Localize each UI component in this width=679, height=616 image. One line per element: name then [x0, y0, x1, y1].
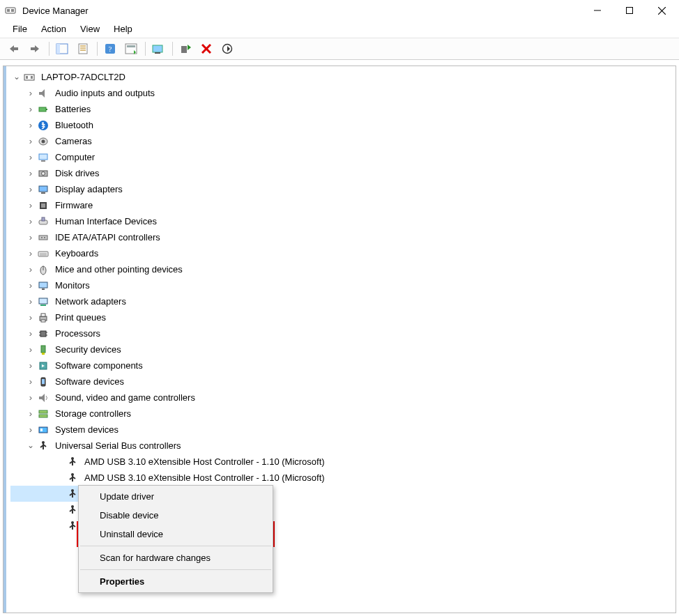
tree-category-label: Monitors: [54, 278, 91, 293]
usb-icon: [37, 440, 49, 452]
tree-category-usb[interactable]: Universal Serial Bus controllers: [10, 438, 676, 454]
tree-category[interactable]: Display adapters: [10, 181, 676, 197]
toolbar-separator: [145, 42, 146, 56]
menu-action[interactable]: Action: [34, 22, 73, 36]
tree-category[interactable]: Processors: [10, 325, 676, 341]
disk-icon: [37, 167, 49, 180]
toolbar-separator: [172, 42, 173, 56]
expander-icon[interactable]: [26, 441, 36, 451]
tree-category[interactable]: Security devices: [10, 341, 676, 357]
update-driver-button[interactable]: [176, 40, 195, 58]
expander-icon[interactable]: [12, 72, 22, 82]
tree-category-label: Human Interface Devices: [54, 214, 158, 229]
tree-category[interactable]: Firmware: [10, 197, 676, 213]
tree-device[interactable]: AMD USB 3.10 eXtensible Host Controller …: [10, 454, 676, 470]
context-menu-disable-device[interactable]: Disable device: [79, 506, 273, 525]
expander-icon[interactable]: [26, 313, 36, 323]
tree-device[interactable]: AMD USB 3.10 eXtensible Host Controller …: [10, 470, 676, 486]
show-hide-console-tree-button[interactable]: [52, 40, 72, 58]
tree-category[interactable]: Sound, video and game controllers: [10, 390, 676, 406]
tree-category[interactable]: Mice and other pointing devices: [10, 261, 676, 277]
tree-category[interactable]: Network adapters: [10, 293, 676, 309]
uninstall-device-button[interactable]: [197, 40, 216, 58]
device-tree[interactable]: LAPTOP-7ADCLT2D Audio inputs and outputs…: [3, 66, 676, 534]
expander-icon[interactable]: [26, 409, 36, 419]
keyboard-icon: [37, 247, 49, 260]
tree-category-label: Disk drives: [54, 166, 101, 181]
computer-icon: [37, 151, 49, 164]
usb-icon: [66, 472, 79, 484]
tree-category-label: Audio inputs and outputs: [54, 86, 156, 101]
expander-icon[interactable]: [26, 105, 36, 114]
tree-category[interactable]: Audio inputs and outputs: [10, 85, 676, 101]
expander-icon[interactable]: [26, 265, 36, 275]
tree-category[interactable]: Keyboards: [10, 245, 676, 261]
show-hidden-devices-button[interactable]: [121, 40, 141, 58]
tree-category[interactable]: Monitors: [10, 277, 676, 293]
tree-category[interactable]: Disk drives: [10, 165, 676, 181]
menu-file[interactable]: File: [6, 22, 34, 36]
expander-icon[interactable]: [26, 121, 36, 130]
expander-icon[interactable]: [26, 249, 36, 259]
audio-icon: [37, 87, 49, 100]
expander-icon[interactable]: [26, 425, 36, 435]
expander-icon[interactable]: [26, 153, 36, 162]
context-menu-uninstall-device[interactable]: Uninstall device: [79, 525, 273, 544]
expander-icon[interactable]: [26, 361, 36, 371]
tree-category[interactable]: Storage controllers: [10, 406, 676, 422]
scan-hardware-button[interactable]: [148, 40, 168, 58]
menu-help[interactable]: Help: [107, 22, 139, 36]
tree-category[interactable]: Bluetooth: [10, 117, 676, 133]
tree-category[interactable]: Computer: [10, 149, 676, 165]
context-menu-separator: [80, 569, 271, 570]
expander-icon[interactable]: [26, 217, 36, 226]
mouse-icon: [37, 263, 49, 276]
expander-icon[interactable]: [26, 88, 36, 98]
svg-rect-58: [42, 288, 45, 290]
expander-icon[interactable]: [26, 345, 36, 355]
svg-point-50: [41, 237, 43, 238]
expander-icon[interactable]: [26, 393, 36, 403]
disable-device-button[interactable]: [218, 40, 237, 58]
context-menu-update-driver[interactable]: Update driver: [79, 487, 273, 506]
svg-point-38: [42, 139, 45, 143]
tree-device-label: AMD USB 3.10 eXtensible Host Controller …: [83, 470, 326, 486]
tree-root[interactable]: LAPTOP-7ADCLT2D: [10, 69, 676, 85]
tree-category[interactable]: System devices: [10, 422, 676, 438]
context-menu-properties[interactable]: Properties: [79, 572, 273, 591]
tree-category-label: Print queues: [54, 310, 107, 325]
tree-category[interactable]: Human Interface Devices: [10, 213, 676, 229]
menu-view[interactable]: View: [73, 22, 107, 36]
expander-icon[interactable]: [26, 297, 36, 307]
expander-icon[interactable]: [26, 169, 36, 178]
toolbar: ?: [0, 38, 679, 60]
expander-icon[interactable]: [26, 201, 36, 210]
forward-button[interactable]: [25, 40, 45, 58]
context-menu-scan-hardware[interactable]: Scan for hardware changes: [79, 548, 273, 567]
tree-category[interactable]: IDE ATA/ATAPI controllers: [10, 229, 676, 245]
svg-rect-40: [41, 160, 45, 162]
svg-rect-46: [41, 203, 45, 208]
close-button[interactable]: [646, 0, 678, 21]
help-button[interactable]: ?: [100, 40, 120, 58]
window-controls: [581, 0, 678, 21]
expander-icon[interactable]: [26, 281, 36, 291]
expander-icon[interactable]: [26, 233, 36, 242]
expander-icon[interactable]: [26, 329, 36, 339]
minimize-button[interactable]: [581, 0, 613, 21]
maximize-button[interactable]: [613, 0, 646, 21]
expander-icon[interactable]: [26, 185, 36, 194]
tree-category[interactable]: Print queues: [10, 309, 676, 325]
expander-icon[interactable]: [26, 137, 36, 146]
monitor-icon: [37, 279, 49, 292]
hid-icon: [37, 215, 49, 228]
tree-category[interactable]: Software devices: [10, 374, 676, 390]
tree-category[interactable]: Batteries: [10, 101, 676, 117]
back-button[interactable]: [4, 40, 24, 58]
expander-icon[interactable]: [26, 377, 36, 387]
properties-button[interactable]: [73, 40, 93, 58]
system-icon: [37, 424, 49, 436]
camera-icon: [37, 135, 49, 148]
tree-category[interactable]: Software components: [10, 357, 676, 374]
tree-category[interactable]: Cameras: [10, 133, 676, 149]
